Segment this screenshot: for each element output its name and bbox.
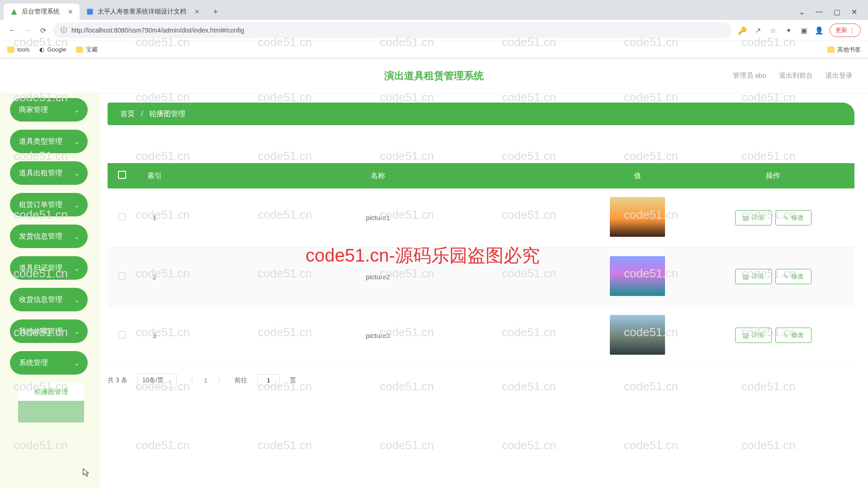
share-icon[interactable]: ↗ <box>753 25 763 35</box>
folder-icon <box>76 47 83 53</box>
sidebar-item-merchant[interactable]: 商家管理⌄ <box>10 98 88 122</box>
info-icon: ⓘ <box>61 26 67 34</box>
sidebar-sub-label: 轮播图管理 <box>34 388 68 396</box>
chevron-down-icon: ⌄ <box>167 376 173 384</box>
cell-name: picture2 <box>173 247 583 306</box>
pagination: 共 3 条 10条/页⌄ 〈 1 〉 前往 页 <box>108 373 854 388</box>
other-bookmarks[interactable]: 其他书签 <box>827 46 861 54</box>
row-checkbox[interactable] <box>118 272 126 280</box>
new-tab-button[interactable]: + <box>209 5 222 19</box>
edit-icon: ✎ <box>783 214 788 221</box>
cell-index: 2 <box>137 247 173 306</box>
sidebar-item-prop-rent[interactable]: 道具出租管理⌄ <box>10 161 88 185</box>
page-size-select[interactable]: 10条/页⌄ <box>137 373 177 388</box>
sidebar-sub-carousel[interactable]: 轮播图管理 <box>18 383 84 422</box>
chevron-down-icon[interactable]: ⌄ <box>799 8 805 16</box>
col-name: 名称 <box>173 163 583 188</box>
chevron-down-icon: ⌄ <box>74 232 80 241</box>
checkbox-all[interactable] <box>118 171 126 179</box>
pager-total: 共 3 条 <box>108 376 127 385</box>
bookmark-tools[interactable]: tools <box>7 46 29 53</box>
star-icon[interactable]: ☆ <box>768 25 778 35</box>
cell-value <box>583 247 692 306</box>
table-row: 2picture2▤详情✎修改 <box>108 247 854 306</box>
breadcrumb-home[interactable]: 首页 <box>120 109 135 119</box>
tab-title: 太平人寿签章系统详细设计文档 <box>98 8 186 16</box>
thumbnail-image <box>610 315 665 355</box>
pager-next[interactable]: 〉 <box>217 375 225 385</box>
col-index: 索引 <box>137 163 173 188</box>
sidebar-item-rent-order[interactable]: 租赁订单管理⌄ <box>10 193 88 216</box>
cell-actions: ▤详情✎修改 <box>692 188 854 247</box>
chevron-down-icon: ⌄ <box>74 296 80 304</box>
extensions-icon[interactable]: ✦ <box>783 25 793 35</box>
detail-button[interactable]: ▤详情 <box>735 328 772 343</box>
cell-value <box>583 188 692 247</box>
detail-button[interactable]: ▤详情 <box>735 210 772 225</box>
bookmark-treasure[interactable]: 宝藏 <box>76 46 98 54</box>
pager-page-suffix: 页 <box>290 376 296 385</box>
address-bar: ← → ⟳ ⓘ http://localhost:8080/ssm790m4/a… <box>0 20 868 41</box>
goto-front-link[interactable]: 退出到前台 <box>779 71 813 80</box>
header-right: 管理员 abo 退出到前台 退出登录 <box>733 71 853 80</box>
update-button[interactable]: 更新⋮ <box>830 23 861 37</box>
globe-icon: ◐ <box>39 46 44 53</box>
reload-icon[interactable]: ⟳ <box>38 25 48 35</box>
forward-icon[interactable]: → <box>23 25 33 35</box>
chevron-down-icon: ⌄ <box>74 106 80 114</box>
edit-button[interactable]: ✎修改 <box>775 210 811 225</box>
url-box[interactable]: ⓘ http://localhost:8080/ssm790m4/admin/d… <box>53 23 732 38</box>
sidebar-item-my-fav[interactable]: 我的收藏管理⌄ <box>10 319 88 343</box>
minimize-icon[interactable]: ― <box>816 8 823 16</box>
chevron-down-icon: ⌄ <box>74 169 80 178</box>
breadcrumb-sep: / <box>141 110 143 118</box>
sidebar-item-prop-type[interactable]: 道具类型管理⌄ <box>10 130 88 153</box>
pager-goto-input[interactable] <box>257 374 280 386</box>
breadcrumb-current: 轮播图管理 <box>149 109 185 119</box>
browser-tab-active[interactable]: 后台管理系统 ✕ <box>4 4 80 20</box>
pager-current[interactable]: 1 <box>204 377 208 384</box>
chevron-down-icon: ⌄ <box>74 327 80 336</box>
sidebar-item-system[interactable]: 系统管理⌄ <box>10 351 88 375</box>
edit-icon: ✎ <box>783 273 788 280</box>
col-actions: 操作 <box>692 163 854 188</box>
edit-button[interactable]: ✎修改 <box>775 269 811 284</box>
page-header: 演出道具租赁管理系统 管理员 abo 退出到前台 退出登录 <box>0 58 868 94</box>
favicon-icon <box>86 8 94 16</box>
sidebar-item-ship-info[interactable]: 发货信息管理⌄ <box>10 225 88 248</box>
row-checkbox[interactable] <box>118 331 126 338</box>
sidebar-item-prop-return[interactable]: 道具归还管理⌄ <box>10 256 88 280</box>
pager-prev[interactable]: 〈 <box>187 375 194 385</box>
sidebar-item-receive-info[interactable]: 收货信息管理⌄ <box>10 288 88 311</box>
pager-goto-label: 前往 <box>235 376 247 385</box>
cursor-icon <box>83 468 90 477</box>
bookmarks-bar: tools ◐Google 宝藏 其他书签 <box>0 41 868 58</box>
detail-button[interactable]: ▤详情 <box>735 269 772 284</box>
admin-label[interactable]: 管理员 abo <box>733 71 766 80</box>
tab-bar: 后台管理系统 ✕ 太平人寿签章系统详细设计文档 ✕ + ⌄ ― ▢ ✕ <box>0 0 868 20</box>
back-icon[interactable]: ← <box>7 25 17 35</box>
table-row: 1picture1▤详情✎修改 <box>108 188 854 247</box>
logout-link[interactable]: 退出登录 <box>826 71 853 80</box>
chevron-down-icon: ⌄ <box>74 264 80 272</box>
chevron-down-icon: ⌄ <box>74 137 80 146</box>
key-icon[interactable]: 🔑 <box>737 25 747 35</box>
row-checkbox[interactable] <box>118 213 126 221</box>
cell-name: picture3 <box>173 306 583 365</box>
close-window-icon[interactable]: ✕ <box>851 8 857 16</box>
panel-icon[interactable]: ▣ <box>799 25 809 35</box>
table-row: 3picture3▤详情✎修改 <box>108 306 854 365</box>
maximize-icon[interactable]: ▢ <box>834 8 840 16</box>
tab-close-icon[interactable]: ✕ <box>194 8 200 15</box>
cell-actions: ▤详情✎修改 <box>692 247 854 306</box>
bookmark-google[interactable]: ◐Google <box>39 46 66 53</box>
page-title: 演出道具租赁管理系统 <box>384 69 484 83</box>
browser-tab[interactable]: 太平人寿签章系统详细设计文档 ✕ <box>80 4 206 20</box>
breadcrumb: 首页 / 轮播图管理 <box>108 103 854 125</box>
data-table: 索引 名称 值 操作 1picture1▤详情✎修改2picture2▤详情✎修… <box>108 163 854 365</box>
profile-icon[interactable]: 👤 <box>814 25 824 35</box>
folder-icon <box>7 47 14 53</box>
edit-icon: ✎ <box>783 332 788 339</box>
edit-button[interactable]: ✎修改 <box>775 328 811 343</box>
tab-close-icon[interactable]: ✕ <box>68 8 73 15</box>
